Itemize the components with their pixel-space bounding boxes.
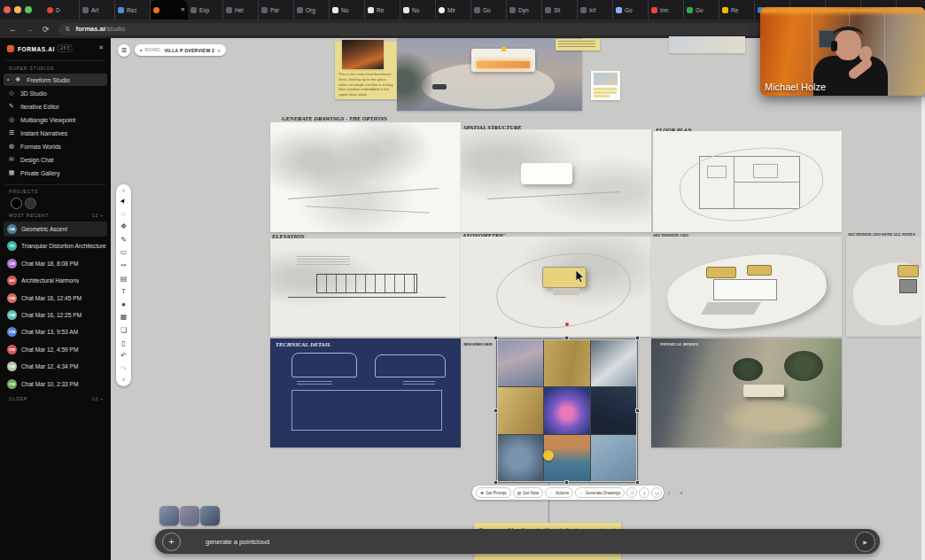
selection-handle[interactable] (635, 336, 640, 340)
browser-tab[interactable]: Go (471, 0, 507, 19)
recent-item[interactable]: CMChat Mar 16, 12:45 PM (4, 291, 107, 306)
sidebar-item-3d-studio[interactable]: ◇3D Studio (4, 87, 107, 99)
selection-handle[interactable] (564, 480, 569, 485)
traffic-zoom-button[interactable] (25, 6, 32, 13)
tool-note[interactable]: ▤ (120, 273, 128, 286)
selection-handle[interactable] (635, 480, 640, 485)
canvas-image-moodboard[interactable] (496, 338, 638, 483)
canvas-image-spatial-structure[interactable] (461, 129, 651, 232)
canvas-image-villa-dusk-render[interactable] (397, 38, 582, 111)
browser-tab[interactable]: Inn (649, 0, 684, 19)
sidebar-item-iterative-editor[interactable]: ✎Iterative Editor (4, 100, 107, 113)
canvas-image-fragment-top[interactable] (669, 36, 745, 53)
canvas-image-sectioned-axo-notes[interactable] (846, 237, 925, 337)
browser-tab[interactable]: Mir (436, 0, 471, 19)
sidebar-item-formas-worlds[interactable]: ◍Formas Worlds (4, 140, 107, 152)
frame-button[interactable]: ❏ (651, 487, 662, 498)
sidebar-item-freeform-studio[interactable]: ●❋Freeform Studio (4, 74, 107, 86)
browser-tab[interactable]: No (330, 0, 365, 19)
tool-select-cursor[interactable]: ➤ (116, 196, 130, 207)
recent-item[interactable]: CMChat Mar 13, 9:53 AM (4, 324, 107, 339)
moodboard-tile-villa-snow-dusk[interactable] (498, 340, 543, 386)
canvas-label-moodboard[interactable]: MOODBOARD (463, 342, 493, 346)
webcam-overlay[interactable]: Michael Holze (760, 7, 925, 96)
canvas-image-elevation[interactable] (270, 238, 461, 337)
browser-tab[interactable]: Re (719, 0, 755, 19)
canvas-label-generate-drawings[interactable]: GENERATE DRAWINGS - THE OPTIONS (282, 115, 387, 121)
close-selection-button[interactable]: ✕ (676, 487, 687, 498)
browser-tab[interactable]: Exp (188, 0, 223, 19)
recent-item[interactable]: CMChat Mar 12, 4:59 PM (4, 342, 107, 357)
browser-tab[interactable]: Dyn (507, 0, 542, 19)
older-count[interactable]: 23 + (92, 396, 104, 401)
canvas-menu-button[interactable]: ☰ (118, 44, 130, 57)
canvas-card-small[interactable] (591, 71, 620, 100)
sidebar-item-multiangle-viewpoint[interactable]: ◎Multiangle Viewpoint (4, 113, 107, 126)
sidebar-item-design-chat[interactable]: ✉Design Chat (4, 153, 107, 166)
tab-close-icon[interactable]: ✕ (181, 6, 185, 13)
sidebar-close-icon[interactable]: ✕ (98, 44, 104, 51)
moodboard-tile-neon-ring[interactable] (544, 387, 589, 433)
moodboard-tile-gold-texture[interactable] (544, 340, 589, 386)
traffic-minimize-button[interactable] (14, 6, 21, 13)
browser-tab[interactable]: Re (365, 0, 400, 19)
recent-item[interactable]: GAGeometric Ascent (4, 222, 107, 237)
tool-lasso[interactable]: ◌ (121, 208, 126, 222)
browser-tab[interactable]: Go (613, 0, 649, 19)
add-attachment-button[interactable]: + (162, 533, 181, 551)
selection-handle[interactable] (494, 408, 498, 413)
selection-handle[interactable] (564, 336, 569, 340)
canvas-image-floor-plan[interactable] (653, 131, 842, 232)
browser-tab[interactable]: Hel (223, 0, 259, 19)
recent-item[interactable]: CMChat Mar 10, 2:33 PM (4, 377, 107, 392)
browser-tab[interactable]: Go (684, 0, 719, 19)
attachment-thumbnail[interactable] (159, 506, 179, 525)
moodboard-tile-boulder[interactable] (498, 435, 543, 481)
sidebar-item-private-gallery[interactable]: ▦Private Gallery (4, 167, 107, 179)
forward-icon[interactable]: → (26, 25, 34, 34)
board-selector[interactable]: ● BOARD: VILLA P OVERVIEW 2 ∨ (135, 44, 226, 56)
tool-collapse-up[interactable]: ∧ (121, 187, 125, 195)
generate-drawings-button[interactable]: ⋯Generate Drawings (575, 487, 625, 498)
tool-text[interactable]: T (121, 285, 126, 299)
send-button[interactable]: ▶ (855, 532, 875, 552)
sidebar-item-instant-narratives[interactable]: ☰Instant Narratives (4, 127, 107, 139)
canvas-image-sketch-options[interactable] (270, 122, 461, 232)
actions-button[interactable]: ⋯Actions (545, 487, 573, 498)
canvas-image-basement-photo[interactable] (342, 40, 384, 69)
project-avatar[interactable] (11, 198, 22, 209)
canvas-image-physical-model[interactable]: PHYSICAL MODEL (651, 338, 842, 447)
recent-item[interactable]: CMChat Mar 16, 12:25 PM (4, 307, 107, 323)
browser-tab[interactable]: Sli (542, 0, 578, 19)
tool-frame[interactable]: ❏ (120, 324, 127, 338)
tool-image[interactable]: ▦ (120, 311, 128, 324)
moodboard-marker-dot[interactable] (543, 450, 554, 461)
tool-hand[interactable]: ✥ (120, 221, 127, 234)
moodboard-tile-gold-model[interactable] (498, 387, 543, 433)
get-note-button[interactable]: ▤Get Note (513, 487, 544, 498)
recent-item[interactable]: TDTriangular Distortion Architecture (4, 238, 107, 253)
reload-icon[interactable]: ⟳ (43, 25, 50, 34)
tool-pen[interactable]: ✑ (120, 260, 127, 273)
browser-tab[interactable]: No (400, 0, 436, 19)
browser-tab[interactable]: Org (294, 0, 330, 19)
tool-redo[interactable]: ↷ (120, 363, 127, 377)
moodboard-tile-dock-dark[interactable] (591, 387, 636, 433)
project-avatar[interactable] (25, 198, 36, 209)
note-pin[interactable] (501, 47, 506, 51)
tool-color[interactable]: ● (121, 299, 126, 312)
sticky-note-small-top[interactable] (556, 39, 600, 51)
moodboard-tile-rocky-coast[interactable] (591, 340, 636, 386)
moodboard-tile-frost[interactable] (591, 435, 636, 481)
selection-handle[interactable] (635, 408, 640, 413)
tool-marquee[interactable]: ▭ (120, 246, 128, 260)
canvas-image-sectioned-axo[interactable] (651, 237, 842, 337)
selection-handle[interactable] (494, 480, 498, 485)
browser-tab[interactable]: Par (259, 0, 294, 19)
recent-item[interactable]: CMChat Mar 12, 4:34 PM (4, 359, 107, 374)
tool-undo[interactable]: ↶ (120, 350, 127, 363)
tool-trash[interactable]: ▯ (121, 338, 125, 351)
get-prompt-button[interactable]: ❖Get Prompt (476, 487, 511, 498)
site-info-icon[interactable]: ⇅ (66, 26, 71, 33)
axo-marker-dot[interactable] (565, 323, 569, 326)
